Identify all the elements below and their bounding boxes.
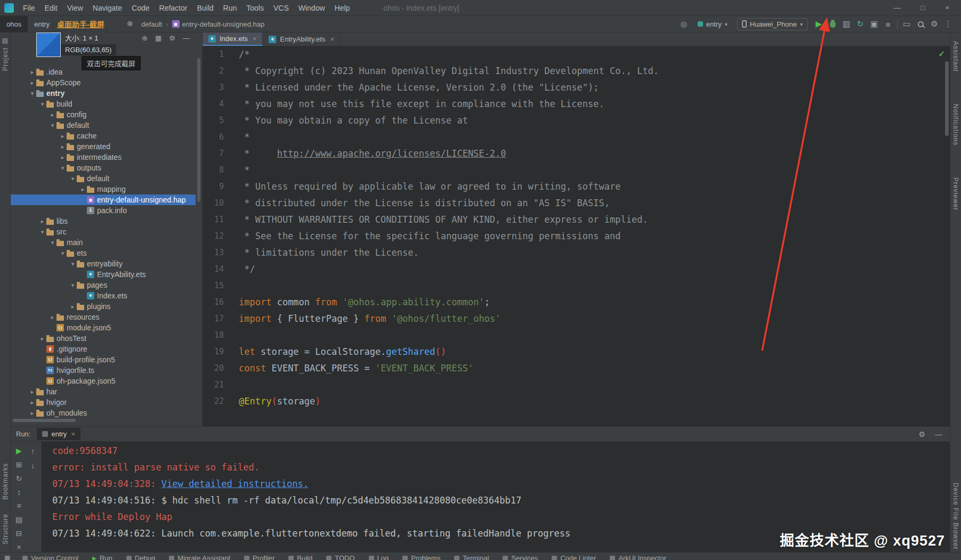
- tree-collapse-icon[interactable]: ▾: [28, 90, 36, 97]
- capture-strip-icon-3[interactable]: —: [183, 34, 190, 42]
- menu-file[interactable]: File: [18, 2, 40, 14]
- clear-all-icon[interactable]: ⊟: [13, 529, 25, 539]
- code-line-4[interactable]: 4 * you may not use this file except in …: [203, 96, 944, 112]
- maximize-icon[interactable]: □: [921, 4, 925, 11]
- tree-item-resources[interactable]: ▸resources: [11, 312, 196, 322]
- tree-expand-icon[interactable]: ▸: [28, 388, 36, 395]
- restart-icon[interactable]: ↻: [13, 474, 25, 484]
- tree-item-entryability[interactable]: ▾entryability: [11, 258, 196, 269]
- tree-item-index-ets[interactable]: eIndex.ets: [11, 290, 196, 301]
- statusbar-arkui-inspector[interactable]: ArkUI Inspector: [603, 553, 673, 560]
- tree-item-har[interactable]: ▸har: [11, 386, 196, 397]
- tree-item-mapping[interactable]: ▸mapping: [11, 184, 196, 194]
- project-tree-vertical-scrollbar[interactable]: [197, 58, 200, 202]
- tree-item-ets[interactable]: ▾ets: [11, 248, 196, 258]
- code-line-17[interactable]: 17import { FlutterPage } from '@ohos/flu…: [203, 311, 944, 327]
- statusbar-code-linter[interactable]: Code Linter: [545, 553, 603, 560]
- minimize-icon[interactable]: —: [894, 4, 901, 11]
- tree-item-oh-modules[interactable]: ▸oh_modules: [11, 408, 196, 418]
- statusbar-debug[interactable]: Debug: [119, 553, 162, 560]
- debug-icon[interactable]: [826, 18, 839, 30]
- tree-item-cache[interactable]: ▸cache: [11, 131, 196, 141]
- close-icon[interactable]: ×: [13, 542, 25, 552]
- multi-device-run-icon[interactable]: ▣: [868, 18, 881, 30]
- project-tool-icon[interactable]: ▤: [2, 37, 8, 44]
- tree-collapse-icon[interactable]: ▾: [38, 101, 46, 108]
- tree-expand-icon[interactable]: ▸: [28, 399, 36, 406]
- print-icon[interactable]: ▤: [13, 515, 25, 525]
- capture-close-icon[interactable]: ⊗: [127, 19, 133, 28]
- tree-item-plugins[interactable]: ▸plugins: [11, 301, 196, 312]
- run-configuration-selector[interactable]: entry ▾: [693, 18, 732, 30]
- menu-edit[interactable]: Edit: [40, 2, 62, 14]
- close-tab-icon[interactable]: ×: [330, 35, 334, 43]
- statusbar-migrate-assistant[interactable]: Migrate Assistant: [162, 553, 237, 560]
- tree-expand-icon[interactable]: ▸: [59, 133, 67, 140]
- code-line-6[interactable]: 6 *: [203, 129, 944, 145]
- tree-collapse-icon[interactable]: ▾: [59, 165, 67, 172]
- tree-item-outputs[interactable]: ▾outputs: [11, 163, 196, 173]
- code-editor[interactable]: 1/*2 * Copyright (c) 2023 Hunan OpenVall…: [203, 46, 944, 426]
- statusbar-problems[interactable]: Problems: [395, 553, 447, 560]
- tree-item-libs[interactable]: ▸libs: [11, 216, 196, 226]
- statusbar-version-control[interactable]: Version Control: [15, 553, 85, 560]
- tree-collapse-icon[interactable]: ▾: [69, 261, 77, 267]
- code-line-10[interactable]: 10 * distributed under the License is di…: [203, 195, 944, 212]
- menu-run[interactable]: Run: [219, 2, 242, 14]
- breadcrumb-item-default[interactable]: default: [141, 20, 162, 28]
- breadcrumb-item-entry-default-unsigned-hap[interactable]: ▦entry-default-unsigned.hap: [172, 20, 265, 28]
- tree-expand-icon[interactable]: ▸: [69, 303, 77, 310]
- editor-tab-entryability-ets[interactable]: eEntryAbility.ets×: [263, 33, 341, 46]
- menu-help[interactable]: Help: [330, 2, 355, 14]
- close-tab-icon[interactable]: ×: [253, 35, 257, 43]
- scroll-to-end-icon[interactable]: ↕: [13, 487, 25, 497]
- menu-tools[interactable]: Tools: [241, 2, 269, 14]
- tree-item-build-profile-json5[interactable]: {}build-profile.json5: [11, 354, 196, 365]
- tree-item-intermediates[interactable]: ▸intermediates: [11, 152, 196, 163]
- menu-vcs[interactable]: VCS: [269, 2, 294, 14]
- console-link[interactable]: View detailed instructions.: [161, 478, 309, 489]
- code-line-3[interactable]: 3 * Licensed under the Apache License, V…: [203, 79, 944, 96]
- menu-window[interactable]: Window: [294, 2, 330, 14]
- more-icon[interactable]: ⋮: [942, 18, 955, 30]
- tree-expand-icon[interactable]: ▸: [28, 69, 36, 76]
- run-settings-icon[interactable]: ⚙: [918, 430, 925, 439]
- tree-expand-icon[interactable]: ▸: [38, 335, 46, 342]
- tool-window-button-notifications[interactable]: Notifications: [952, 104, 959, 145]
- capture-strip-icon-1[interactable]: ▦: [155, 34, 161, 42]
- code-line-2[interactable]: 2 * Copyright (c) 2023 Hunan OpenValley …: [203, 63, 944, 79]
- tree-expand-icon[interactable]: ▸: [79, 186, 87, 193]
- tree-item-appscope[interactable]: ▸AppScope: [11, 77, 196, 88]
- tree-collapse-icon[interactable]: ▾: [69, 282, 77, 289]
- tool-window-tab-ohos[interactable]: ohos: [0, 16, 28, 32]
- search-icon[interactable]: [914, 18, 927, 30]
- code-line-20[interactable]: 20const EVENT_BACK_PRESS = 'EVENT_BACK_P…: [203, 360, 944, 377]
- device-selector[interactable]: Huawei_Phone ▾: [737, 18, 807, 30]
- code-line-16[interactable]: 16import common from '@ohos.app.ability.…: [203, 294, 944, 311]
- run-icon[interactable]: ▶: [812, 18, 825, 30]
- tool-window-button-previewer[interactable]: Previewer: [952, 177, 959, 210]
- code-line-1[interactable]: 1/*: [203, 46, 944, 63]
- tree-item-ohostest[interactable]: ▸ohosTest: [11, 333, 196, 344]
- tree-expand-icon[interactable]: ▸: [28, 410, 36, 417]
- tree-item-main[interactable]: ▾main: [11, 237, 196, 248]
- restart-app-icon[interactable]: ↻: [854, 18, 867, 30]
- tool-window-button-structure[interactable]: Structure: [2, 514, 9, 545]
- tree-item-oh-package-json5[interactable]: {}oh-package.json5: [11, 376, 196, 386]
- tree-item-pack-info[interactable]: ipack.info: [11, 205, 196, 216]
- close-tab-icon[interactable]: ×: [71, 430, 75, 438]
- tree-collapse-icon[interactable]: ▾: [49, 239, 56, 246]
- code-line-21[interactable]: 21: [203, 377, 944, 393]
- up-stack-trace-icon[interactable]: ↑: [27, 446, 39, 457]
- tree-collapse-icon[interactable]: ▾: [59, 250, 67, 257]
- close-icon[interactable]: ×: [945, 4, 949, 11]
- run-tab-entry[interactable]: entry ×: [37, 428, 80, 440]
- tool-window-button-assistant[interactable]: Assistant: [952, 41, 959, 72]
- tree-item-hvigorfile-ts[interactable]: tshvigorfile.ts: [11, 365, 196, 376]
- tool-window-button-device-file-browser[interactable]: Device File Browser: [952, 483, 959, 550]
- stop-icon[interactable]: ■: [882, 18, 894, 30]
- statusbar-terminal[interactable]: Terminal: [447, 553, 496, 560]
- menu-build[interactable]: Build: [192, 2, 218, 14]
- tree-item-hvigor[interactable]: ▸hvigor: [11, 397, 196, 408]
- statusbar-log[interactable]: Log: [362, 553, 396, 560]
